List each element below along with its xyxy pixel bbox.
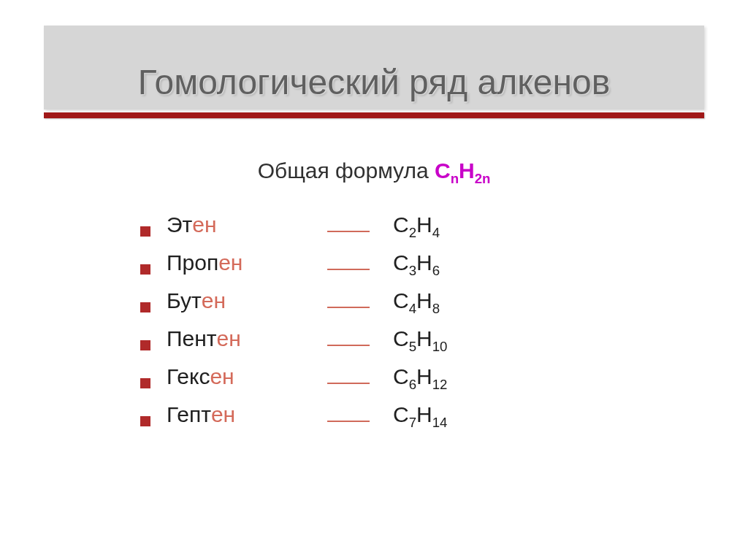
- compound-name: Пентен: [167, 326, 327, 351]
- name-root: Гекс: [167, 364, 210, 389]
- formula-h-sub: 10: [432, 339, 448, 354]
- name-suffix: ен: [202, 288, 226, 313]
- subtitle: Общая формула CnH2n: [44, 158, 704, 183]
- formula-c: C: [393, 288, 409, 312]
- name-suffix: ен: [218, 250, 243, 275]
- list-item: Гексен C6H12: [140, 364, 608, 402]
- compound-name: Бутен: [167, 288, 327, 313]
- dash-icon: [327, 421, 370, 422]
- formula-n: n: [451, 171, 459, 186]
- bullet-icon: [140, 378, 150, 388]
- formula-c: C: [393, 402, 409, 426]
- formula-h: H: [416, 326, 432, 350]
- bullet-icon: [140, 302, 150, 312]
- subtitle-prefix: Общая формула: [258, 158, 435, 183]
- formula-h: H: [459, 158, 475, 183]
- divider: [44, 112, 704, 118]
- formula-c-sub: 3: [409, 263, 416, 278]
- dash-icon: [327, 231, 370, 232]
- name-root: Бут: [167, 288, 202, 313]
- compound-formula: C3H6: [393, 250, 440, 275]
- general-formula: CnH2n: [435, 158, 490, 183]
- name-suffix: ен: [217, 326, 241, 351]
- compound-formula: C7H14: [393, 402, 447, 427]
- name-suffix: ен: [192, 212, 216, 237]
- formula-c-sub: 6: [409, 377, 416, 392]
- list-item: Этен C2H4: [140, 212, 608, 250]
- dash-icon: [327, 345, 370, 346]
- formula-h: H: [416, 288, 432, 312]
- formula-c: C: [435, 158, 451, 183]
- compound-name: Пропен: [167, 250, 327, 275]
- formula-h: H: [416, 212, 432, 237]
- slide: Гомологический ряд алкенов Общая формула…: [0, 0, 748, 469]
- list-item: Пентен C5H10: [140, 326, 608, 364]
- formula-c: C: [393, 326, 409, 350]
- formula-c: C: [393, 364, 409, 388]
- title-block: Гомологический ряд алкенов: [44, 26, 704, 110]
- formula-h-sub: 4: [432, 225, 440, 240]
- page-title: Гомологический ряд алкенов: [44, 62, 704, 102]
- connector: [327, 345, 393, 346]
- bullet-icon: [140, 416, 150, 426]
- bullet-icon: [140, 340, 150, 350]
- formula-c: C: [393, 250, 409, 275]
- formula-h-sub: 14: [432, 415, 448, 430]
- list-item: Гептен C7H14: [140, 402, 608, 440]
- formula-h-sub: 6: [432, 263, 440, 278]
- compound-formula: C4H8: [393, 288, 440, 313]
- compound-name: Гептен: [167, 402, 327, 427]
- compound-formula: C2H4: [393, 212, 440, 237]
- connector: [327, 269, 393, 270]
- bullet-icon: [140, 264, 150, 275]
- formula-c: C: [393, 212, 409, 237]
- compound-name: Этен: [167, 212, 327, 237]
- connector: [327, 231, 393, 232]
- bullet-icon: [140, 226, 150, 237]
- connector: [327, 421, 393, 422]
- dash-icon: [327, 307, 370, 308]
- compound-formula: C5H10: [393, 326, 447, 351]
- name-root: Эт: [167, 212, 192, 237]
- formula-h: H: [416, 250, 432, 275]
- list-item: Бутен C4H8: [140, 288, 608, 326]
- homolog-list: Этен C2H4 Пропен C3H6 Бутен C4H8: [140, 212, 608, 440]
- connector: [327, 307, 393, 308]
- dash-icon: [327, 269, 370, 270]
- formula-c-sub: 2: [409, 225, 416, 240]
- formula-h-sub: 12: [432, 377, 448, 392]
- formula-2n: 2n: [475, 171, 491, 186]
- list-item: Пропен C3H6: [140, 250, 608, 288]
- formula-c-sub: 5: [409, 339, 416, 354]
- name-suffix: ен: [210, 364, 234, 389]
- connector: [327, 383, 393, 384]
- formula-h: H: [416, 364, 432, 388]
- name-root: Гепт: [167, 402, 211, 427]
- dash-icon: [327, 383, 370, 384]
- name-suffix: ен: [211, 402, 235, 427]
- name-root: Проп: [167, 250, 218, 275]
- compound-formula: C6H12: [393, 364, 447, 389]
- compound-name: Гексен: [167, 364, 327, 389]
- name-root: Пент: [167, 326, 217, 351]
- formula-h-sub: 8: [432, 301, 440, 316]
- formula-c-sub: 7: [409, 415, 416, 430]
- formula-c-sub: 4: [409, 301, 416, 316]
- formula-h: H: [416, 402, 432, 426]
